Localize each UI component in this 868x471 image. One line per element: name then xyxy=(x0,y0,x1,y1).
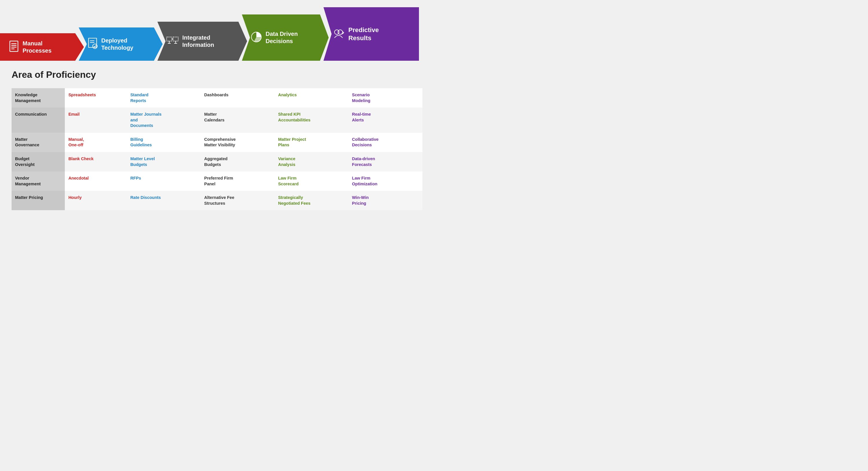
cell-col-data: Matter Project Plans xyxy=(275,133,348,152)
banners-container: Manual Processes Deployed Technology xyxy=(0,7,434,61)
cell-col-data: Analytics xyxy=(275,88,348,107)
integrated-label: Integrated Information xyxy=(182,34,214,48)
cell-col-category: Vendor Management xyxy=(11,171,65,191)
banner-deployed: Deployed Technology xyxy=(79,28,163,61)
cell-col-manual: Anecdotal xyxy=(65,171,127,191)
cell-col-category: Matter Pricing xyxy=(11,191,65,210)
deployed-icon xyxy=(87,38,98,51)
data-icon xyxy=(251,31,262,44)
cell-col-predictive: Scenario Modeling xyxy=(349,88,423,107)
table-row: Knowledge ManagementSpreadsheetsStandard… xyxy=(11,88,423,107)
predictive-label: Predictive Results xyxy=(348,26,379,42)
svg-rect-9 xyxy=(167,37,172,41)
svg-rect-0 xyxy=(10,41,18,52)
cell-col-deployed: Billing Guidelines xyxy=(127,133,200,152)
cell-col-deployed: RFPs xyxy=(127,171,200,191)
cell-col-predictive: Win-Win Pricing xyxy=(349,191,423,210)
manual-icon xyxy=(9,40,19,54)
cell-col-category: Communication xyxy=(11,107,65,133)
cell-col-predictive: Real-time Alerts xyxy=(349,107,423,133)
cell-col-category: Knowledge Management xyxy=(11,88,65,107)
cell-col-integrated: Dashboards xyxy=(201,88,275,107)
data-label: Data Driven Decisions xyxy=(266,30,298,45)
cell-col-manual: Manual, One-off xyxy=(65,133,127,152)
table-row: Matter PricingHourlyRate DiscountsAltern… xyxy=(11,191,423,210)
cell-col-integrated: Comprehensive Matter Visibility xyxy=(201,133,275,152)
banner-manual: Manual Processes xyxy=(0,33,84,61)
cell-col-predictive: Collaborative Decisions xyxy=(349,133,423,152)
predictive-icon xyxy=(332,28,345,40)
cell-col-integrated: Matter Calendars xyxy=(201,107,275,133)
table-row: CommunicationEmailMatter Journals and Do… xyxy=(11,107,423,133)
cell-col-manual: Spreadsheets xyxy=(65,88,127,107)
cell-col-integrated: Alternative Fee Structures xyxy=(201,191,275,210)
deployed-label: Deployed Technology xyxy=(101,37,133,52)
cell-col-predictive: Data-driven Forecasts xyxy=(349,152,423,171)
cell-col-deployed: Matter Level Budgets xyxy=(127,152,200,171)
cell-col-category: Matter Governance xyxy=(11,133,65,152)
cell-col-category: Budget Oversight xyxy=(11,152,65,171)
banner-section: Manual Processes Deployed Technology xyxy=(0,0,434,61)
cell-col-deployed: Standard Reports xyxy=(127,88,200,107)
section-title: Area of Proficiency xyxy=(11,69,423,80)
cell-col-data: Law Firm Scorecard xyxy=(275,171,348,191)
cell-col-predictive: Law Firm Optimization xyxy=(349,171,423,191)
table-row: Vendor ManagementAnecdotalRFPsPreferred … xyxy=(11,171,423,191)
banner-integrated: Integrated Information xyxy=(157,22,247,61)
proficiency-table: Knowledge ManagementSpreadsheetsStandard… xyxy=(11,88,423,210)
cell-col-data: Shared KPI Accountabilities xyxy=(275,107,348,133)
banner-data: Data Driven Decisions xyxy=(242,14,329,61)
cell-col-deployed: Matter Journals and Documents xyxy=(127,107,200,133)
integrated-icon xyxy=(166,35,179,48)
main-content: Area of Proficiency Knowledge Management… xyxy=(0,61,434,219)
cell-col-integrated: Aggregated Budgets xyxy=(201,152,275,171)
cell-col-integrated: Preferred Firm Panel xyxy=(201,171,275,191)
svg-rect-10 xyxy=(173,37,178,41)
cell-col-deployed: Rate Discounts xyxy=(127,191,200,210)
table-row: Budget OversightBlank CheckMatter Level … xyxy=(11,152,423,171)
cell-col-data: Strategically Negotiated Fees xyxy=(275,191,348,210)
banner-predictive: Predictive Results xyxy=(323,7,419,61)
cell-col-manual: Blank Check xyxy=(65,152,127,171)
cell-col-manual: Email xyxy=(65,107,127,133)
table-row: Matter GovernanceManual, One-offBilling … xyxy=(11,133,423,152)
manual-label: Manual Processes xyxy=(23,40,52,54)
cell-col-data: Variance Analysis xyxy=(275,152,348,171)
cell-col-manual: Hourly xyxy=(65,191,127,210)
